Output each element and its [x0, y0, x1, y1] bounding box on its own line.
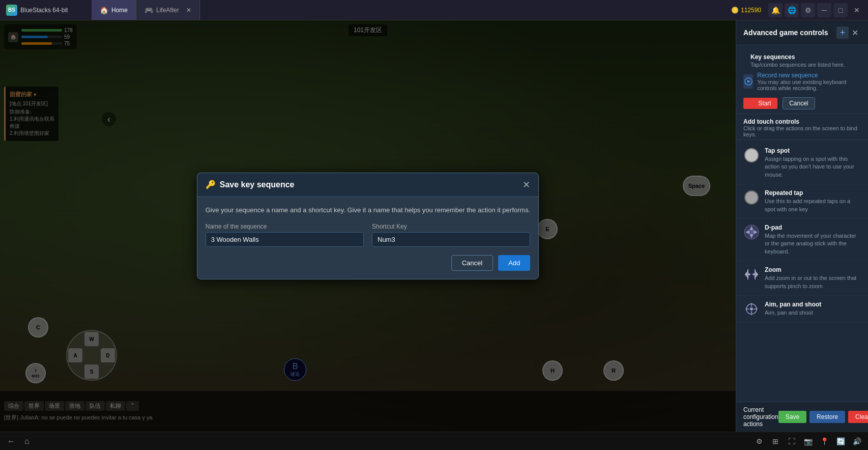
config-action-buttons: Save Restore Clear: [778, 411, 868, 423]
taskbar-settings-icon[interactable]: ⚙: [752, 434, 766, 448]
touch-controls-subtitle: Click or drag the actions on the screen …: [743, 125, 861, 137]
dpad-icon-container: [743, 224, 760, 240]
dpad-info: D-pad Map the movement of your character…: [765, 224, 861, 256]
coin-icon: 🪙: [731, 7, 739, 14]
coin-display: 🪙 112590: [731, 7, 761, 14]
current-config-label: Current configuration actions: [743, 406, 778, 428]
control-aim-pan-shoot[interactable]: Aim, pan and shoot Aim, pan and shoot: [736, 296, 868, 323]
taskbar-rotate-icon[interactable]: 🔄: [833, 434, 848, 448]
panel-add-btn[interactable]: +: [836, 26, 849, 39]
touch-controls-title: Add touch controls: [743, 118, 861, 125]
repeated-tap-desc: Use this to add repeated taps on a spot …: [765, 198, 861, 213]
name-field-label: Name of the sequence: [206, 223, 364, 230]
zoom-info: Zoom Add zoom in or out to the screen th…: [765, 266, 861, 290]
touch-controls-list: Tap spot Assign tapping on a spot with t…: [736, 140, 868, 402]
aim-desc: Aim, pan and shoot: [765, 309, 861, 317]
dpad-desc: Map the movement of your character or th…: [765, 232, 861, 256]
modal-actions: Cancel Add: [206, 255, 531, 271]
key-sequences-section: Key sequences Tap/combo sequences are li…: [736, 45, 868, 114]
home-icon: 🏠: [100, 6, 108, 14]
taskbar-screenshot-icon[interactable]: 📷: [801, 434, 815, 448]
back-btn[interactable]: ←: [4, 436, 18, 447]
aim-control-icon: [743, 301, 760, 317]
network-btn[interactable]: 🌐: [785, 3, 799, 17]
taskbar-volume-icon[interactable]: 🔊: [850, 434, 864, 448]
repeated-tap-icon-container: [743, 189, 760, 206]
save-config-btn[interactable]: Save: [778, 411, 806, 423]
taskbar-location-icon[interactable]: 📍: [817, 434, 831, 448]
tap-spot-desc: Assign tapping on a spot with this actio…: [765, 155, 861, 179]
start-btn[interactable]: Start: [743, 98, 777, 109]
control-zoom[interactable]: Zoom Add zoom in or out to the screen th…: [736, 261, 868, 296]
recording-buttons: Start Cancel: [743, 94, 861, 109]
repeated-tap-icon: [744, 190, 759, 205]
app-logo: BS BlueStacks 64-bit: [0, 5, 92, 16]
record-icon: [743, 74, 753, 89]
svg-point-17: [750, 307, 753, 311]
record-svg-icon: [744, 77, 753, 86]
modal-overlay: 🔑 Save key sequence ✕ Give your sequence…: [0, 20, 736, 432]
shortcut-field-label: Shortcut Key: [372, 223, 530, 230]
game-viewport[interactable]: 101开发区 🏠 178: [0, 20, 736, 432]
zoom-icon-container: [743, 266, 760, 283]
clear-config-btn[interactable]: Clear: [848, 411, 868, 423]
zoom-name: Zoom: [765, 266, 861, 273]
settings-btn[interactable]: ⚙: [801, 3, 815, 17]
modal-body: Give your sequence a name and a shortcut…: [197, 197, 539, 279]
taskbar-fullscreen-icon[interactable]: ⛶: [785, 434, 799, 448]
right-panel: Advanced game controls + ✕ Key sequences…: [736, 20, 868, 432]
taskbar: ← ⌂ ⚙ ⊞ ⛶ 📷 📍 🔄 🔊: [0, 432, 868, 450]
bluestacks-icon: BS: [6, 5, 17, 16]
modal-description: Give your sequence a name and a shortcut…: [206, 205, 531, 215]
record-row: Record new sequence You may also use exi…: [743, 72, 861, 91]
lifeafter-icon: 🎮: [144, 6, 153, 14]
key-seq-subtitle: Tap/combo sequences are listed here.: [743, 62, 861, 72]
zoom-desc: Add zoom in or out to the screen that su…: [765, 274, 861, 290]
window-close-btn[interactable]: ✕: [850, 3, 864, 17]
tab-lifeafter-close[interactable]: ✕: [186, 7, 191, 14]
taskbar-layout-icon[interactable]: ⊞: [768, 434, 783, 448]
app-title: BlueStacks 64-bit: [20, 7, 68, 14]
repeated-tap-info: Repeated tap Use this to add repeated ta…: [765, 189, 861, 213]
home-btn[interactable]: ⌂: [21, 436, 33, 447]
name-field-input[interactable]: [206, 232, 364, 247]
restore-config-btn[interactable]: Restore: [809, 411, 845, 423]
start-cancel-btn[interactable]: Cancel: [783, 97, 815, 109]
maximize-btn[interactable]: □: [833, 3, 848, 17]
tap-spot-icon-container: [743, 147, 760, 163]
tap-spot-info: Tap spot Assign tapping on a spot with t…: [765, 147, 861, 179]
control-dpad[interactable]: D-pad Map the movement of your character…: [736, 219, 868, 261]
modal-fields: Name of the sequence Shortcut Key: [206, 223, 531, 247]
control-tap-spot[interactable]: Tap spot Assign tapping on a spot with t…: [736, 142, 868, 184]
modal-close-btn[interactable]: ✕: [523, 179, 530, 190]
modal-add-btn[interactable]: Add: [498, 255, 530, 271]
control-repeated-tap[interactable]: Repeated tap Use this to add repeated ta…: [736, 184, 868, 219]
record-link[interactable]: Record new sequence: [757, 72, 861, 79]
aim-info: Aim, pan and shoot Aim, pan and shoot: [765, 301, 861, 317]
notification-btn[interactable]: 🔔: [768, 3, 783, 17]
save-key-sequence-modal: 🔑 Save key sequence ✕ Give your sequence…: [197, 173, 539, 280]
title-bar-actions: 🪙 112590 🔔 🌐 ⚙ ─ □ ✕: [731, 3, 868, 17]
shortcut-field: Shortcut Key: [372, 223, 530, 247]
repeated-tap-name: Repeated tap: [765, 189, 861, 196]
svg-point-7: [749, 230, 754, 234]
aim-icon-container: [743, 301, 760, 317]
tab-lifeafter[interactable]: 🎮 LifeAfter ✕: [136, 0, 200, 20]
name-field: Name of the sequence: [206, 223, 364, 247]
record-desc: You may also use existing keyboard contr…: [757, 79, 861, 91]
tap-spot-name: Tap spot: [765, 147, 861, 154]
zoom-control-icon: [743, 266, 760, 283]
tap-spot-icon: [744, 148, 759, 162]
modal-icon: 🔑: [206, 180, 216, 189]
panel-close-btn[interactable]: ✕: [849, 26, 861, 39]
modal-header: 🔑 Save key sequence ✕: [197, 173, 539, 197]
tab-home[interactable]: 🏠 Home: [92, 0, 136, 20]
panel-header: Advanced game controls + ✕: [736, 20, 868, 45]
modal-cancel-btn[interactable]: Cancel: [451, 255, 493, 271]
panel-bottom: Current configuration actions Save Resto…: [736, 402, 868, 432]
start-btn-label: Start: [758, 100, 771, 107]
minimize-btn[interactable]: ─: [817, 3, 831, 17]
dpad-name: D-pad: [765, 224, 861, 231]
shortcut-field-input[interactable]: [372, 232, 530, 247]
record-dot: [749, 100, 755, 105]
